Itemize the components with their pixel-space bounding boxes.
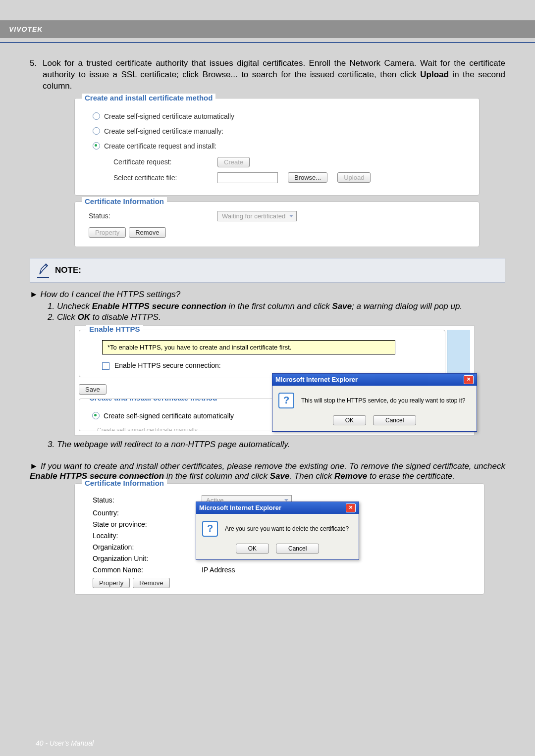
dialog-title: Microsoft Internet Explorer [275, 376, 358, 383]
brand-label: VIVOTEK [9, 25, 43, 33]
note-title: NOTE: [55, 265, 81, 275]
question-icon: ? [278, 393, 294, 408]
org-label: Organization: [93, 543, 192, 551]
header-bar: VIVOTEK [0, 20, 535, 38]
create-install-fieldset: Create and install certificate method Cr… [74, 98, 480, 196]
dialog-titlebar: Microsoft Internet Explorer × [196, 502, 359, 514]
browse-button[interactable]: Browse... [288, 172, 327, 183]
remove-button[interactable]: Remove [129, 227, 165, 238]
create-button[interactable]: Create [217, 157, 250, 167]
common-label: Common Name: [93, 566, 192, 574]
fieldset-legend: Certificate Information [82, 197, 167, 205]
upload-button[interactable]: Upload [337, 172, 371, 183]
step5-text: 5. Look for a trusted certificate author… [30, 58, 505, 92]
close-icon[interactable]: × [346, 504, 356, 512]
dialog-titlebar: Microsoft Internet Explorer × [272, 374, 477, 386]
property-button[interactable]: Property [89, 227, 126, 238]
radio-label-request: Create certificate request and install: [104, 142, 216, 150]
dialog-message: Are you sure you want to delete the cert… [225, 525, 349, 532]
ok-button[interactable]: OK [236, 544, 269, 554]
enable-checkbox[interactable] [102, 362, 109, 370]
status-value: Waiting for certificated [222, 212, 285, 220]
radio-row-manual[interactable]: Create self-signed certificate manually: [93, 127, 470, 135]
note-bar: NOTE: [30, 258, 505, 283]
faq-step3: 3. The webpage will redirect to a non-HT… [48, 440, 505, 450]
enable-legend: Enable HTTPS [86, 325, 143, 333]
common-value: IP Address [202, 566, 235, 574]
radio-row-request[interactable]: Create certificate request and install: [93, 142, 470, 150]
sub-legend: Create and install certificate method [86, 399, 220, 402]
sub-radio-label: Create self-signed certificate automatic… [104, 412, 234, 420]
step5-num: 5. [30, 58, 37, 68]
country-label: Country: [93, 509, 192, 517]
pencil-icon [37, 262, 49, 278]
radio-label-manual: Create self-signed certificate manually: [104, 127, 223, 135]
fieldset-legend: Create and install certificate method [82, 94, 215, 102]
faq-step2: 2. Click OK to disable HTTPS. [48, 312, 505, 322]
orgunit-label: Organization Unit: [93, 554, 192, 562]
ok-button[interactable]: OK [333, 415, 366, 425]
page-footer: 40 - User's Manual [36, 739, 94, 747]
cancel-button[interactable]: Cancel [276, 544, 319, 554]
cancel-button[interactable]: Cancel [373, 415, 416, 425]
arrow-icon: ► [30, 290, 38, 299]
radio-icon [93, 142, 100, 150]
status-label: Status: [89, 212, 217, 220]
ie-dialog-delete-cert: Microsoft Internet Explorer × ? Are you … [196, 502, 359, 560]
status-select[interactable]: Waiting for certificated [217, 211, 297, 221]
screenshot-enable-https: Enable HTTPS *To enable HTTPS, you have … [74, 325, 475, 436]
radio-icon [93, 127, 100, 135]
radio-icon [93, 112, 100, 120]
hint-box: *To enable HTTPS, you have to create and… [102, 340, 395, 354]
ie-dialog-stop-https: Microsoft Internet Explorer × ? This wil… [272, 373, 477, 432]
cert-info-legend: Certificate Information [82, 479, 167, 487]
radio-row-auto[interactable]: Create self-signed certificate automatic… [93, 112, 470, 120]
radio-label-auto: Create self-signed certificate automatic… [104, 112, 234, 120]
faq-q1-title: How do I cancel the HTTPS settings? [41, 290, 181, 299]
close-icon[interactable]: × [464, 375, 474, 384]
select-file-label: Select certificate file: [113, 174, 208, 182]
enable-https-fieldset: Enable HTTPS *To enable HTTPS, you have … [79, 330, 445, 377]
faq-question-2: ► If you want to create and install othe… [30, 461, 505, 481]
step5-bold: Upload [420, 70, 449, 79]
state-label: State or province: [93, 520, 192, 528]
dialog-title: Microsoft Internet Explorer [199, 504, 281, 511]
faq-step1: 1. Uncheck Enable HTTPS secure connectio… [48, 302, 505, 311]
faq-question-1: ► How do I cancel the HTTPS settings? [30, 290, 505, 300]
locality-label: Locality: [93, 532, 192, 540]
status-label: Status: [93, 496, 192, 504]
remove-button[interactable]: Remove [133, 578, 169, 588]
radio-icon [92, 412, 100, 419]
file-input[interactable] [217, 172, 278, 183]
question-icon: ? [202, 521, 218, 537]
save-button[interactable]: Save [79, 384, 107, 395]
cert-request-label: Certificate request: [113, 158, 208, 166]
cert-info-fieldset: Certificate Information Status: Waiting … [74, 202, 480, 247]
dialog-message: This will stop the HTTPS service, do you… [301, 397, 465, 404]
property-button[interactable]: Property [93, 578, 130, 588]
arrow-icon: ► [30, 461, 38, 471]
screenshot-cert-info: Certificate Information Status: Active C… [74, 483, 484, 595]
enable-checkbox-label: Enable HTTPS secure connection: [114, 361, 221, 369]
